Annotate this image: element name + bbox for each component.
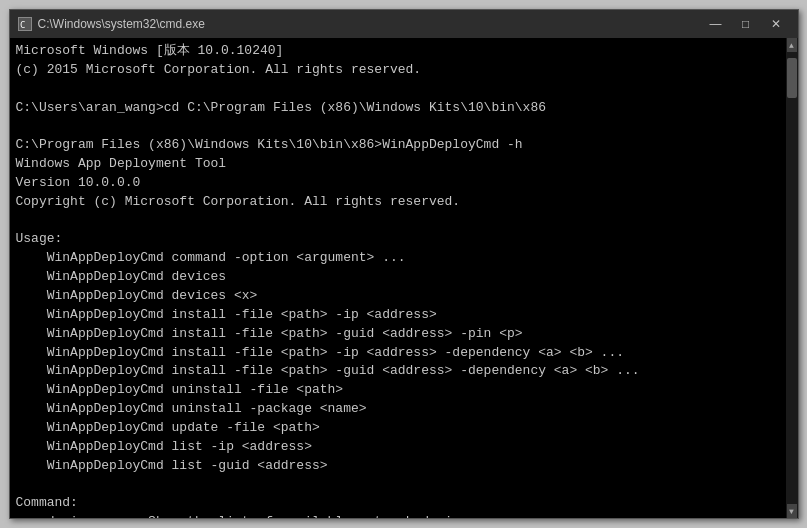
title-buttons: — □ ✕ — [702, 14, 790, 34]
maximize-button[interactable]: □ — [732, 14, 760, 34]
title-bar: C C:\Windows\system32\cmd.exe — □ ✕ — [10, 10, 798, 38]
cmd-icon: C — [18, 17, 32, 31]
window-title: C:\Windows\system32\cmd.exe — [38, 17, 205, 31]
scrollbar-thumb[interactable] — [787, 58, 797, 98]
console-content: Microsoft Windows [版本 10.0.10240] (c) 20… — [16, 42, 792, 518]
scrollbar[interactable]: ▲ ▼ — [786, 38, 798, 518]
console-body: Microsoft Windows [版本 10.0.10240] (c) 20… — [10, 38, 798, 518]
svg-text:C: C — [20, 20, 25, 30]
scroll-down-arrow[interactable]: ▼ — [787, 504, 797, 518]
scroll-up-arrow[interactable]: ▲ — [787, 38, 797, 52]
minimize-button[interactable]: — — [702, 14, 730, 34]
cmd-window: C C:\Windows\system32\cmd.exe — □ ✕ Micr… — [9, 9, 799, 519]
title-bar-left: C C:\Windows\system32\cmd.exe — [18, 17, 205, 31]
close-button[interactable]: ✕ — [762, 14, 790, 34]
console-output: Microsoft Windows [版本 10.0.10240] (c) 20… — [16, 42, 778, 518]
